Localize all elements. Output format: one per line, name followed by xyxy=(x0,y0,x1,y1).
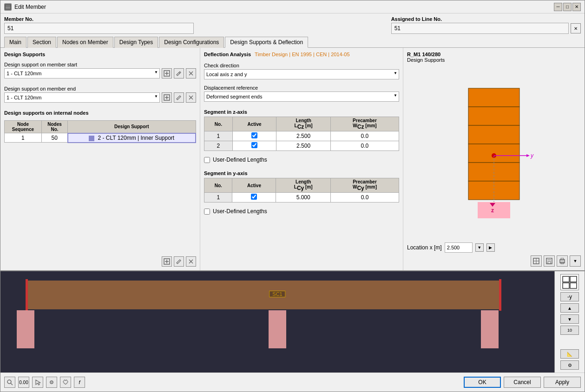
dialog-buttons: 0.00 f OK Cancel Apply xyxy=(0,372,585,392)
z-col-active: Active xyxy=(232,117,276,131)
right-marker xyxy=(499,279,501,311)
end-delete-button[interactable] xyxy=(186,92,196,103)
user-defined-z-row: User-Defined Lengths xyxy=(204,157,399,163)
view-section-btn[interactable] xyxy=(531,255,542,267)
clear-assigned-button[interactable]: ✕ xyxy=(571,23,581,33)
assigned-value: 51 xyxy=(391,23,569,34)
close-button[interactable]: ✕ xyxy=(572,3,581,11)
toolbar-search-btn[interactable] xyxy=(4,377,15,388)
start-add-button[interactable] xyxy=(162,68,172,78)
svg-text:y: y xyxy=(530,152,534,159)
main-toolbar: 0.00 f xyxy=(4,377,85,388)
tab-design-supports[interactable]: Design Supports & Deflection xyxy=(225,37,308,48)
member-end-label: Design support on member end xyxy=(4,86,196,91)
preview-panel: R_M1 140/280 Design Supports xyxy=(403,48,585,270)
check-direction-select[interactable]: Local axis z and y xyxy=(204,69,399,79)
viewport-grid-icon[interactable] xyxy=(560,274,579,290)
member-no-label: Member No. xyxy=(4,16,194,22)
toolbar-view-btn[interactable] xyxy=(46,377,57,388)
z-cell-active-1[interactable] xyxy=(232,131,276,141)
3d-viewport: SC1 -y xyxy=(0,270,585,372)
svg-line-5 xyxy=(179,72,180,73)
member-end-select[interactable]: 1 - CLT 120mm xyxy=(4,92,160,103)
displacement-ref-select[interactable]: Deformed segment ends xyxy=(204,91,399,102)
y-checkbox-1[interactable] xyxy=(251,194,257,200)
z-cell-active-2[interactable] xyxy=(232,141,276,151)
y-axis-title: Segment in y-axis xyxy=(204,170,399,176)
view-up-button[interactable]: ▲ xyxy=(560,303,579,313)
z-row-1: 1 2.500 0.0 xyxy=(204,131,399,141)
tab-main[interactable]: Main xyxy=(4,37,26,48)
cell-node-no: 50 xyxy=(41,133,67,143)
cancel-button[interactable]: Cancel xyxy=(504,377,541,388)
save-view-btn[interactable] xyxy=(544,255,555,267)
location-row: Location x [m] ▼ ▶ xyxy=(407,242,581,253)
internal-nodes-label: Design supports on internal nodes xyxy=(4,110,196,116)
y-cell-active-1[interactable] xyxy=(232,193,276,203)
start-edit-button[interactable] xyxy=(174,68,184,78)
member-end-group: Design support on member end 1 - CLT 120… xyxy=(4,86,196,105)
view-down-button[interactable]: ▼ xyxy=(560,314,579,324)
support-mid xyxy=(269,310,286,348)
viewport-settings-btn[interactable]: ⚙ xyxy=(560,360,579,370)
member-end-row: 1 - CLT 120mm xyxy=(4,92,196,103)
design-supports-title: Design Supports xyxy=(4,52,196,57)
preview-title-line1: R_M1 140/280 xyxy=(407,52,581,57)
print-btn[interactable] xyxy=(557,255,568,267)
end-add-button[interactable] xyxy=(162,92,172,103)
displacement-ref-label: Displacement reference xyxy=(204,85,399,91)
internal-nodes-table: NodeSequence NodesNo. Design Support 1 5… xyxy=(4,120,196,143)
toolbar-settings-btn[interactable] xyxy=(60,377,71,388)
table-delete-button[interactable] xyxy=(186,256,196,267)
print-dropdown-btn[interactable]: ▼ xyxy=(570,255,581,267)
table-add-button[interactable] xyxy=(162,256,172,267)
z-checkbox-2[interactable] xyxy=(251,142,257,148)
user-defined-z-checkbox[interactable] xyxy=(204,157,210,163)
user-defined-y-checkbox[interactable] xyxy=(204,209,210,215)
scale-button[interactable]: 10 xyxy=(560,326,579,335)
deflection-subtitle: Timber Design | EN 1995 | CEN | 2014-05 xyxy=(255,52,349,57)
toolbar-number-btn[interactable]: 0.00 xyxy=(18,377,29,388)
start-delete-button[interactable] xyxy=(186,68,196,78)
window-title: Edit Member xyxy=(14,4,551,10)
tab-design-types[interactable]: Design Types xyxy=(114,37,158,48)
left-marker xyxy=(26,279,28,311)
z-checkbox-1[interactable] xyxy=(251,132,257,138)
z-cell-precamber-1: 0.0 xyxy=(330,131,399,141)
maximize-button[interactable]: □ xyxy=(563,3,572,11)
window-icon xyxy=(4,3,12,11)
tab-nodes[interactable]: Nodes on Member xyxy=(57,37,113,48)
member-start-group: Design support on member start 1 - CLT 1… xyxy=(4,62,196,80)
apply-button[interactable]: Apply xyxy=(544,377,581,388)
cell-seq: 1 xyxy=(5,133,42,143)
location-next-btn[interactable]: ▶ xyxy=(486,243,495,252)
support-indicator xyxy=(89,136,94,141)
z-cell-length-1: 2.500 xyxy=(276,131,331,141)
user-defined-y-label: User-Defined Lengths xyxy=(213,208,267,215)
member-start-select[interactable]: 1 - CLT 120mm xyxy=(4,68,160,78)
end-edit-button[interactable] xyxy=(174,92,184,103)
cross-section-preview: y z xyxy=(407,66,581,240)
toolbar-formula-btn[interactable]: f xyxy=(74,377,85,388)
viewport-measure-btn[interactable]: 📐 xyxy=(560,349,579,359)
support-left xyxy=(17,310,34,348)
svg-point-48 xyxy=(51,382,52,383)
minimize-button[interactable]: ─ xyxy=(554,3,562,11)
tab-section[interactable]: Section xyxy=(27,37,56,48)
table-edit-button[interactable] xyxy=(174,256,184,267)
viewport-toolbar: -y ▲ ▼ 10 📐 ⚙ xyxy=(554,271,585,372)
ok-button[interactable]: OK xyxy=(464,377,501,388)
location-input[interactable] xyxy=(445,242,473,253)
y-cell-no-1: 1 xyxy=(204,193,232,203)
tab-design-config[interactable]: Design Configurations xyxy=(159,37,224,48)
svg-line-46 xyxy=(11,383,13,385)
deflection-title: Deflection Analysis xyxy=(204,52,251,57)
toolbar-select-btn[interactable] xyxy=(32,377,43,388)
assigned-row: 51 ✕ xyxy=(391,23,581,34)
cell-support[interactable]: 2 - CLT 120mm | Inner Support xyxy=(68,133,196,143)
axis-y-button[interactable]: -y xyxy=(560,292,579,301)
z-cell-no-2: 2 xyxy=(204,141,233,151)
member-start-row: 1 - CLT 120mm xyxy=(4,68,196,78)
location-prev-btn[interactable]: ▼ xyxy=(475,243,484,252)
content-area: Member No. 51 Assigned to Line No. 51 ✕ … xyxy=(0,13,585,392)
